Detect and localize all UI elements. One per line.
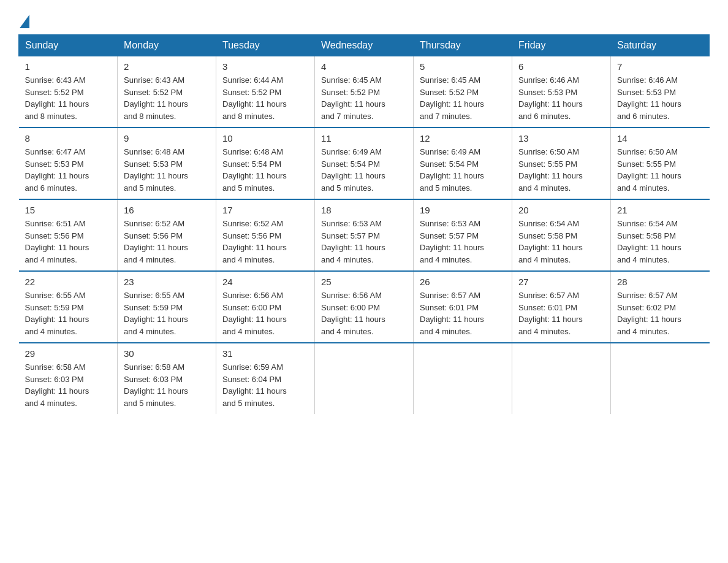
day-detail: Sunrise: 6:58 AMSunset: 6:03 PMDaylight:… <box>25 361 112 409</box>
calendar-header-row: SundayMondayTuesdayWednesdayThursdayFrid… <box>19 35 710 56</box>
day-number: 2 <box>124 61 210 72</box>
calendar-cell: 17Sunrise: 6:52 AMSunset: 5:56 PMDayligh… <box>216 199 315 271</box>
calendar-week-row: 8Sunrise: 6:47 AMSunset: 5:53 PMDaylight… <box>19 128 710 199</box>
day-detail: Sunrise: 6:51 AMSunset: 5:56 PMDaylight:… <box>25 218 112 266</box>
day-number: 6 <box>518 61 604 72</box>
calendar-cell: 6Sunrise: 6:46 AMSunset: 5:53 PMDaylight… <box>512 56 611 128</box>
day-number: 12 <box>420 133 506 144</box>
header-sunday: Sunday <box>19 35 118 56</box>
calendar-cell: 2Sunrise: 6:43 AMSunset: 5:52 PMDaylight… <box>118 56 216 128</box>
day-detail: Sunrise: 6:56 AMSunset: 6:00 PMDaylight:… <box>321 289 407 337</box>
day-detail: Sunrise: 6:52 AMSunset: 5:56 PMDaylight:… <box>222 218 308 266</box>
calendar-cell: 11Sunrise: 6:49 AMSunset: 5:54 PMDayligh… <box>315 128 414 199</box>
calendar-table: SundayMondayTuesdayWednesdayThursdayFrid… <box>18 34 710 414</box>
day-detail: Sunrise: 6:44 AMSunset: 5:52 PMDaylight:… <box>222 74 308 122</box>
calendar-cell: 12Sunrise: 6:49 AMSunset: 5:54 PMDayligh… <box>414 128 512 199</box>
day-detail: Sunrise: 6:56 AMSunset: 6:00 PMDaylight:… <box>222 289 308 337</box>
calendar-cell: 25Sunrise: 6:56 AMSunset: 6:00 PMDayligh… <box>315 271 414 343</box>
calendar-cell: 19Sunrise: 6:53 AMSunset: 5:57 PMDayligh… <box>414 199 512 271</box>
calendar-cell: 23Sunrise: 6:55 AMSunset: 5:59 PMDayligh… <box>118 271 216 343</box>
day-number: 16 <box>124 205 210 215</box>
day-detail: Sunrise: 6:58 AMSunset: 6:03 PMDaylight:… <box>124 361 210 409</box>
calendar-cell: 22Sunrise: 6:55 AMSunset: 5:59 PMDayligh… <box>19 271 118 343</box>
day-number: 17 <box>222 205 308 215</box>
day-number: 7 <box>617 61 703 72</box>
day-detail: Sunrise: 6:49 AMSunset: 5:54 PMDaylight:… <box>420 146 506 194</box>
day-detail: Sunrise: 6:50 AMSunset: 5:55 PMDaylight:… <box>518 146 604 194</box>
calendar-cell: 31Sunrise: 6:59 AMSunset: 6:04 PMDayligh… <box>216 343 315 414</box>
calendar-cell: 30Sunrise: 6:58 AMSunset: 6:03 PMDayligh… <box>118 343 216 414</box>
day-number: 24 <box>222 277 308 287</box>
header-wednesday: Wednesday <box>315 35 414 56</box>
day-detail: Sunrise: 6:50 AMSunset: 5:55 PMDaylight:… <box>617 146 703 194</box>
day-number: 18 <box>321 205 407 215</box>
day-detail: Sunrise: 6:54 AMSunset: 5:58 PMDaylight:… <box>617 218 703 266</box>
logo-triangle-icon <box>20 15 29 28</box>
day-number: 5 <box>420 61 506 72</box>
calendar-cell: 15Sunrise: 6:51 AMSunset: 5:56 PMDayligh… <box>19 199 118 271</box>
calendar-cell: 24Sunrise: 6:56 AMSunset: 6:00 PMDayligh… <box>216 271 315 343</box>
calendar-cell: 9Sunrise: 6:48 AMSunset: 5:53 PMDaylight… <box>118 128 216 199</box>
calendar-cell: 10Sunrise: 6:48 AMSunset: 5:54 PMDayligh… <box>216 128 315 199</box>
calendar-cell: 20Sunrise: 6:54 AMSunset: 5:58 PMDayligh… <box>512 199 611 271</box>
day-number: 29 <box>25 348 112 359</box>
calendar-week-row: 22Sunrise: 6:55 AMSunset: 5:59 PMDayligh… <box>19 271 710 343</box>
day-detail: Sunrise: 6:46 AMSunset: 5:53 PMDaylight:… <box>518 74 604 122</box>
calendar-cell: 26Sunrise: 6:57 AMSunset: 6:01 PMDayligh… <box>414 271 512 343</box>
day-detail: Sunrise: 6:48 AMSunset: 5:53 PMDaylight:… <box>124 146 210 194</box>
header-monday: Monday <box>118 35 216 56</box>
calendar-cell: 7Sunrise: 6:46 AMSunset: 5:53 PMDaylight… <box>611 56 710 128</box>
calendar-week-row: 29Sunrise: 6:58 AMSunset: 6:03 PMDayligh… <box>19 343 710 414</box>
calendar-cell: 18Sunrise: 6:53 AMSunset: 5:57 PMDayligh… <box>315 199 414 271</box>
calendar-cell: 27Sunrise: 6:57 AMSunset: 6:01 PMDayligh… <box>512 271 611 343</box>
day-number: 1 <box>25 61 112 72</box>
day-detail: Sunrise: 6:49 AMSunset: 5:54 PMDaylight:… <box>321 146 407 194</box>
day-number: 3 <box>222 61 308 72</box>
day-detail: Sunrise: 6:47 AMSunset: 5:53 PMDaylight:… <box>25 146 112 194</box>
day-number: 9 <box>124 133 210 144</box>
calendar-cell: 8Sunrise: 6:47 AMSunset: 5:53 PMDaylight… <box>19 128 118 199</box>
day-number: 11 <box>321 133 407 144</box>
day-detail: Sunrise: 6:55 AMSunset: 5:59 PMDaylight:… <box>124 289 210 337</box>
day-number: 19 <box>420 205 506 215</box>
day-number: 8 <box>25 133 112 144</box>
day-detail: Sunrise: 6:45 AMSunset: 5:52 PMDaylight:… <box>321 74 407 122</box>
day-number: 31 <box>222 348 308 359</box>
day-number: 22 <box>25 277 112 287</box>
calendar-cell <box>315 343 414 414</box>
day-detail: Sunrise: 6:46 AMSunset: 5:53 PMDaylight:… <box>617 74 703 122</box>
day-number: 15 <box>25 205 112 215</box>
calendar-cell: 5Sunrise: 6:45 AMSunset: 5:52 PMDaylight… <box>414 56 512 128</box>
calendar-cell: 16Sunrise: 6:52 AMSunset: 5:56 PMDayligh… <box>118 199 216 271</box>
day-detail: Sunrise: 6:43 AMSunset: 5:52 PMDaylight:… <box>25 74 112 122</box>
day-detail: Sunrise: 6:57 AMSunset: 6:02 PMDaylight:… <box>617 289 703 337</box>
day-detail: Sunrise: 6:57 AMSunset: 6:01 PMDaylight:… <box>420 289 506 337</box>
day-detail: Sunrise: 6:59 AMSunset: 6:04 PMDaylight:… <box>222 361 308 409</box>
calendar-cell: 14Sunrise: 6:50 AMSunset: 5:55 PMDayligh… <box>611 128 710 199</box>
calendar-cell <box>414 343 512 414</box>
day-number: 20 <box>518 205 604 215</box>
day-detail: Sunrise: 6:53 AMSunset: 5:57 PMDaylight:… <box>321 218 407 266</box>
calendar-cell <box>512 343 611 414</box>
calendar-cell: 1Sunrise: 6:43 AMSunset: 5:52 PMDaylight… <box>19 56 118 128</box>
day-number: 10 <box>222 133 308 144</box>
day-detail: Sunrise: 6:57 AMSunset: 6:01 PMDaylight:… <box>518 289 604 337</box>
header-friday: Friday <box>512 35 611 56</box>
header-tuesday: Tuesday <box>216 35 315 56</box>
header-thursday: Thursday <box>414 35 512 56</box>
calendar-week-row: 1Sunrise: 6:43 AMSunset: 5:52 PMDaylight… <box>19 56 710 128</box>
day-detail: Sunrise: 6:55 AMSunset: 5:59 PMDaylight:… <box>25 289 112 337</box>
calendar-cell: 4Sunrise: 6:45 AMSunset: 5:52 PMDaylight… <box>315 56 414 128</box>
day-number: 30 <box>124 348 210 359</box>
day-detail: Sunrise: 6:53 AMSunset: 5:57 PMDaylight:… <box>420 218 506 266</box>
day-number: 27 <box>518 277 604 287</box>
page-header <box>18 12 710 28</box>
calendar-cell: 13Sunrise: 6:50 AMSunset: 5:55 PMDayligh… <box>512 128 611 199</box>
calendar-cell: 28Sunrise: 6:57 AMSunset: 6:02 PMDayligh… <box>611 271 710 343</box>
day-detail: Sunrise: 6:48 AMSunset: 5:54 PMDaylight:… <box>222 146 308 194</box>
calendar-week-row: 15Sunrise: 6:51 AMSunset: 5:56 PMDayligh… <box>19 199 710 271</box>
day-number: 13 <box>518 133 604 144</box>
day-number: 28 <box>617 277 703 287</box>
calendar-cell <box>611 343 710 414</box>
logo <box>18 12 29 28</box>
